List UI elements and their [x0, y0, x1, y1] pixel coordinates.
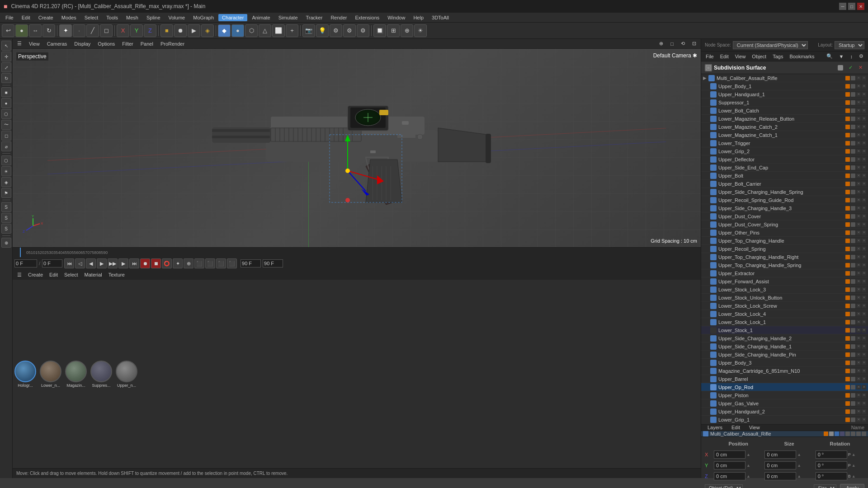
lt-tag[interactable]: ⚑: [1, 188, 11, 198]
obj-item-35[interactable]: Magazine_Cartridge_6_851mm_N10 ✕✕: [701, 367, 868, 375]
loop-btn[interactable]: ⭕: [162, 258, 172, 268]
tb-camera[interactable]: 📷: [302, 24, 315, 37]
tb-points[interactable]: ·: [73, 24, 85, 37]
node-space-dropdown[interactable]: Current (Standard/Physical): [733, 41, 808, 49]
tb-sphere[interactable]: ●: [231, 24, 244, 37]
minimize-button[interactable]: ─: [839, 3, 846, 10]
props-edit-tab[interactable]: Edit: [729, 424, 743, 431]
first-frame-btn[interactable]: ⏮: [64, 258, 74, 268]
vp-icon4[interactable]: ⊡: [689, 40, 699, 47]
obj-item-7[interactable]: Lower_Trigger ✕✕: [701, 139, 868, 147]
play-btn[interactable]: ▶: [97, 258, 107, 268]
tb-grid[interactable]: ⊞: [387, 24, 400, 37]
obj-item-40[interactable]: Upper_Handguard_2 ✕✕: [701, 408, 868, 416]
vp-icon2[interactable]: □: [668, 41, 676, 47]
material-holographic[interactable]: Hologr...: [14, 361, 36, 388]
layout-dropdown[interactable]: Startup: [835, 41, 864, 49]
obj-item-2[interactable]: Suppressor_1 ✕✕: [701, 99, 868, 107]
x-size-input[interactable]: [764, 450, 796, 459]
motion-btn[interactable]: ✦: [173, 258, 183, 268]
tb-tool1[interactable]: ⚙: [330, 24, 342, 37]
object-list[interactable]: ▶ Multi_Caliber_Assault_Rifle ✕ ✕ Upper_…: [701, 74, 868, 424]
vp-options[interactable]: Options: [95, 41, 118, 47]
material-upper[interactable]: Upper_n...: [116, 361, 137, 388]
obj-item-15[interactable]: Upper_Side_Charging_Handle_3 ✕✕: [701, 204, 868, 212]
stop-btn[interactable]: ⏹: [151, 258, 161, 268]
objpanel-search[interactable]: 🔍: [824, 53, 835, 60]
prev-key-btn[interactable]: ◁: [75, 258, 85, 268]
obj-item-26[interactable]: Lower_Stock_Unlock_Button ✕✕: [701, 294, 868, 302]
current-frame-input[interactable]: [14, 259, 37, 267]
tb-undo[interactable]: ↩: [2, 24, 14, 37]
menu-select[interactable]: Select: [81, 14, 102, 21]
obj-item-27[interactable]: Lower_Stock_Lock_Screw ✕✕: [701, 302, 868, 310]
rig-btn[interactable]: ⬛: [194, 258, 204, 268]
tb-play[interactable]: ▶: [188, 24, 200, 37]
menu-volume[interactable]: Volume: [165, 14, 189, 21]
lt-snap[interactable]: ⊕: [1, 238, 11, 248]
mat-texture[interactable]: Texture: [106, 272, 127, 278]
tb-coord[interactable]: ⊕: [401, 24, 413, 37]
vp-view[interactable]: View: [26, 41, 42, 47]
obj-item-5[interactable]: Lower_Magazine_Catch_2 ✕✕: [701, 123, 868, 131]
tb-live-select[interactable]: ●: [15, 24, 28, 37]
vp-panel[interactable]: Panel: [138, 41, 156, 47]
maximize-button[interactable]: □: [848, 3, 855, 10]
obj-item-25[interactable]: Lower_Stock_Lock_3 ✕✕: [701, 286, 868, 294]
lt-s3[interactable]: S: [1, 224, 11, 234]
obj-item-32[interactable]: Upper_Side_Charging_Handle_1 ✕✕: [701, 343, 868, 351]
vp-prorender[interactable]: ProRender: [158, 41, 187, 47]
menu-3dtoall[interactable]: 3DToAll: [428, 14, 453, 21]
menu-tracker[interactable]: Tracker: [302, 14, 326, 21]
objpanel-settings[interactable]: ⚙: [856, 53, 866, 60]
lt-sphere[interactable]: ●: [1, 98, 11, 108]
obj-item-4[interactable]: Lower_Magazine_Release_Button ✕✕: [701, 115, 868, 123]
menu-edit[interactable]: Edit: [18, 14, 34, 21]
vp-menu-toggle[interactable]: ☰: [14, 40, 24, 47]
lt-pointer[interactable]: ↖: [1, 41, 11, 51]
objpanel-file[interactable]: File: [703, 53, 717, 60]
obj-item-21[interactable]: Upper_Top_Charging_Handle_Right ✕✕: [701, 253, 868, 261]
objpanel-sort[interactable]: ↕: [848, 53, 856, 60]
obj-item-3[interactable]: Lower_Bolt_Catch ✕✕: [701, 107, 868, 115]
mat-select[interactable]: Select: [61, 272, 81, 278]
obj-item-29[interactable]: Lower_Stock_Lock_1 ✕✕: [701, 318, 868, 326]
material-magazine[interactable]: Magazin...: [65, 361, 87, 388]
lt-cube[interactable]: ■: [1, 87, 11, 97]
p-rot-input[interactable]: [816, 461, 847, 469]
objpanel-object[interactable]: Object: [749, 53, 769, 60]
tb-rotate[interactable]: ↻: [42, 24, 55, 37]
obj-item-22[interactable]: Upper_Top_Charging_Handle_Spring ✕✕: [701, 261, 868, 269]
prev-frame-btn[interactable]: ◀: [86, 258, 96, 268]
lt-rotate[interactable]: ↻: [1, 73, 11, 83]
tb-cube[interactable]: ■: [160, 24, 173, 37]
objpanel-bookmarks[interactable]: Bookmarks: [787, 53, 817, 60]
obj-item-39[interactable]: Upper_Gas_Valve ✕✕: [701, 399, 868, 408]
obj-item-23[interactable]: Upper_Extractor ✕✕: [701, 269, 868, 277]
y-size-input[interactable]: [764, 461, 796, 469]
tb-y-axis[interactable]: Y: [130, 24, 143, 37]
menu-create[interactable]: Create: [35, 14, 57, 21]
props-layers-tab[interactable]: Layers: [705, 424, 725, 431]
lt-nurbs[interactable]: ◻: [1, 131, 11, 141]
lt-material[interactable]: ◈: [1, 177, 11, 187]
menu-animate[interactable]: Animate: [248, 14, 274, 21]
h-rot-input[interactable]: [816, 450, 847, 459]
tb-tool2[interactable]: ⚙: [343, 24, 356, 37]
tb-cone[interactable]: △: [259, 24, 271, 37]
mat-edit[interactable]: Edit: [47, 272, 61, 278]
menu-mesh[interactable]: Mesh: [123, 14, 142, 21]
material-suppress[interactable]: Suppres...: [90, 361, 112, 388]
lt-scale[interactable]: ⤢: [1, 62, 11, 72]
dope-btn[interactable]: ⬛: [216, 258, 226, 268]
z-size-input[interactable]: [764, 472, 796, 480]
tb-cylinder[interactable]: ⬡: [245, 24, 258, 37]
ik-btn[interactable]: ⊕: [184, 258, 193, 268]
menu-modes[interactable]: Modes: [58, 14, 80, 21]
obj-item-28[interactable]: Lower_Stock_Lock_4 ✕✕: [701, 310, 868, 318]
x-pos-input[interactable]: [714, 450, 745, 459]
tb-snap[interactable]: 🔲: [373, 24, 386, 37]
lt-cylinder[interactable]: ⬡: [1, 109, 11, 119]
obj-item-30[interactable]: Lower_Stock_1 ✕✕: [701, 326, 868, 334]
play-forward-btn[interactable]: ▶▶: [108, 258, 118, 268]
